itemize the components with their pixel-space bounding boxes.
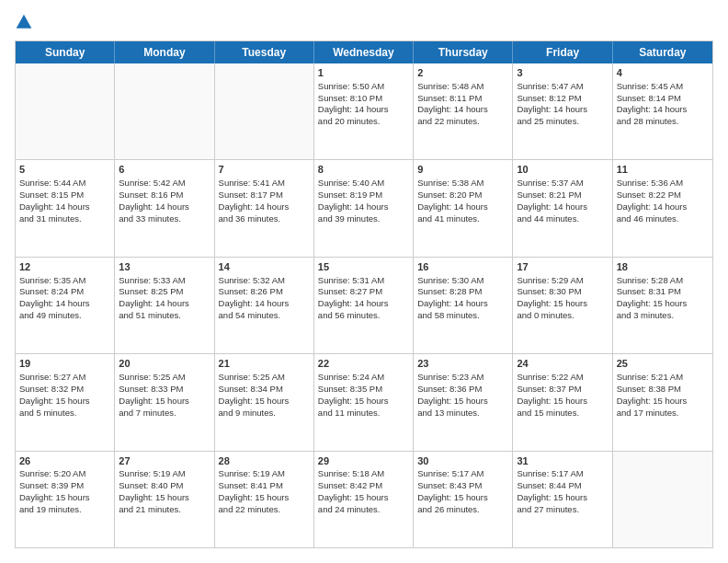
day-info-line: Sunrise: 5:18 AM [318, 468, 409, 480]
calendar-cell: 27Sunrise: 5:19 AMSunset: 8:40 PMDayligh… [115, 452, 214, 547]
calendar-row-1: 5Sunrise: 5:44 AMSunset: 8:15 PMDaylight… [16, 159, 712, 256]
calendar-cell: 9Sunrise: 5:38 AMSunset: 8:20 PMDaylight… [414, 160, 513, 256]
calendar-cell: 12Sunrise: 5:35 AMSunset: 8:24 PMDayligh… [16, 258, 115, 353]
day-info-line: Daylight: 15 hours [517, 298, 608, 310]
day-info-line: Daylight: 15 hours [119, 396, 210, 408]
day-info-line: and 19 minutes. [19, 504, 110, 516]
day-info-line: Sunrise: 5:28 AM [617, 275, 709, 287]
day-info-line: Sunset: 8:32 PM [19, 384, 110, 396]
calendar-cell: 24Sunrise: 5:22 AMSunset: 8:37 PMDayligh… [513, 354, 612, 450]
day-info-line: Daylight: 15 hours [517, 492, 608, 504]
day-info-line: Daylight: 14 hours [318, 104, 409, 116]
day-info-line: and 58 minutes. [417, 310, 508, 322]
day-info-line: Daylight: 14 hours [417, 201, 508, 213]
header [15, 15, 713, 31]
day-info-line: Daylight: 14 hours [19, 201, 110, 213]
day-info-line: Sunset: 8:44 PM [517, 480, 608, 492]
day-info-line: Sunset: 8:43 PM [417, 480, 508, 492]
day-info-line: Sunrise: 5:33 AM [119, 275, 210, 287]
day-info-line: and 9 minutes. [219, 408, 310, 419]
day-info-line: Sunset: 8:11 PM [417, 93, 508, 105]
day-info-line: Sunrise: 5:30 AM [417, 275, 508, 287]
day-info-line: Sunrise: 5:20 AM [19, 468, 110, 480]
day-info-line: and 3 minutes. [617, 310, 709, 322]
day-info-line: Sunrise: 5:21 AM [617, 372, 709, 384]
day-info-line: Daylight: 14 hours [318, 298, 409, 310]
day-info-line: Sunrise: 5:40 AM [318, 178, 409, 190]
day-number: 5 [19, 163, 110, 177]
day-info-line: Sunset: 8:41 PM [219, 480, 310, 492]
day-info-line: Sunset: 8:30 PM [517, 286, 608, 298]
day-info-line: Sunrise: 5:23 AM [417, 372, 508, 384]
calendar-cell: 16Sunrise: 5:30 AMSunset: 8:28 PMDayligh… [414, 258, 513, 353]
day-info-line: and 36 minutes. [219, 213, 310, 225]
header-cell-thursday: Thursday [414, 41, 513, 63]
day-number: 26 [19, 454, 110, 468]
calendar-cell: 15Sunrise: 5:31 AMSunset: 8:27 PMDayligh… [314, 258, 414, 353]
header-cell-wednesday: Wednesday [314, 41, 414, 63]
day-number: 20 [119, 357, 210, 371]
day-info-line: and 56 minutes. [318, 310, 409, 322]
calendar-row-3: 19Sunrise: 5:27 AMSunset: 8:32 PMDayligh… [16, 353, 712, 450]
day-info-line: and 26 minutes. [417, 504, 508, 516]
calendar-cell: 28Sunrise: 5:19 AMSunset: 8:41 PMDayligh… [215, 452, 314, 547]
day-info-line: Daylight: 15 hours [417, 492, 508, 504]
day-info-line: Sunset: 8:26 PM [219, 286, 310, 298]
day-info-line: and 49 minutes. [19, 310, 110, 322]
logo-icon [15, 13, 33, 31]
day-info-line: Sunset: 8:33 PM [119, 384, 210, 396]
calendar-row-0: 1Sunrise: 5:50 AMSunset: 8:10 PMDaylight… [16, 63, 712, 159]
day-number: 25 [617, 357, 709, 371]
header-cell-monday: Monday [115, 41, 214, 63]
day-info-line: and 0 minutes. [517, 310, 608, 322]
day-info-line: and 24 minutes. [318, 504, 409, 516]
page: SundayMondayTuesdayWednesdayThursdayFrid… [0, 0, 728, 563]
day-info-line: and 15 minutes. [517, 408, 608, 419]
day-info-line: and 39 minutes. [318, 213, 409, 225]
day-number: 13 [119, 260, 210, 274]
day-info-line: Daylight: 15 hours [318, 492, 409, 504]
day-info-line: Sunset: 8:39 PM [19, 480, 110, 492]
calendar-cell: 1Sunrise: 5:50 AMSunset: 8:10 PMDaylight… [314, 63, 414, 159]
calendar-row-4: 26Sunrise: 5:20 AMSunset: 8:39 PMDayligh… [16, 451, 712, 547]
day-number: 18 [617, 260, 709, 274]
calendar-cell: 2Sunrise: 5:48 AMSunset: 8:11 PMDaylight… [414, 63, 513, 159]
day-info-line: Daylight: 15 hours [617, 298, 709, 310]
day-info-line: Daylight: 14 hours [119, 201, 210, 213]
day-number: 16 [417, 260, 508, 274]
day-info-line: Sunrise: 5:41 AM [219, 178, 310, 190]
day-info-line: Daylight: 14 hours [119, 298, 210, 310]
calendar-cell [16, 63, 115, 159]
day-info-line: Sunset: 8:24 PM [19, 286, 110, 298]
calendar-header-row: SundayMondayTuesdayWednesdayThursdayFrid… [16, 41, 712, 63]
calendar: SundayMondayTuesdayWednesdayThursdayFrid… [15, 40, 713, 548]
day-number: 30 [417, 454, 508, 468]
calendar-cell: 31Sunrise: 5:17 AMSunset: 8:44 PMDayligh… [513, 452, 612, 547]
calendar-body: 1Sunrise: 5:50 AMSunset: 8:10 PMDaylight… [16, 63, 712, 547]
day-info-line: and 22 minutes. [219, 504, 310, 516]
calendar-cell: 29Sunrise: 5:18 AMSunset: 8:42 PMDayligh… [314, 452, 414, 547]
day-info-line: Daylight: 15 hours [318, 396, 409, 408]
day-info-line: Daylight: 14 hours [617, 201, 709, 213]
calendar-cell: 7Sunrise: 5:41 AMSunset: 8:17 PMDaylight… [215, 160, 314, 256]
calendar-cell: 21Sunrise: 5:25 AMSunset: 8:34 PMDayligh… [215, 354, 314, 450]
day-info-line: Daylight: 15 hours [417, 396, 508, 408]
day-info-line: Sunrise: 5:45 AM [617, 81, 709, 93]
day-info-line: Sunrise: 5:47 AM [517, 81, 608, 93]
day-number: 23 [417, 357, 508, 371]
day-info-line: Daylight: 14 hours [219, 298, 310, 310]
day-info-line: and 25 minutes. [517, 116, 608, 128]
day-info-line: Daylight: 14 hours [417, 104, 508, 116]
day-number: 24 [517, 357, 608, 371]
day-info-line: Sunset: 8:14 PM [617, 93, 709, 105]
calendar-cell [215, 63, 314, 159]
calendar-cell: 18Sunrise: 5:28 AMSunset: 8:31 PMDayligh… [613, 258, 712, 353]
header-cell-tuesday: Tuesday [215, 41, 314, 63]
day-info-line: Sunset: 8:34 PM [219, 384, 310, 396]
day-info-line: Sunset: 8:42 PM [318, 480, 409, 492]
svg-marker-0 [17, 15, 32, 29]
day-info-line: Sunset: 8:25 PM [119, 286, 210, 298]
day-info-line: Daylight: 15 hours [219, 492, 310, 504]
day-info-line: and 51 minutes. [119, 310, 210, 322]
day-info-line: Sunset: 8:36 PM [417, 384, 508, 396]
